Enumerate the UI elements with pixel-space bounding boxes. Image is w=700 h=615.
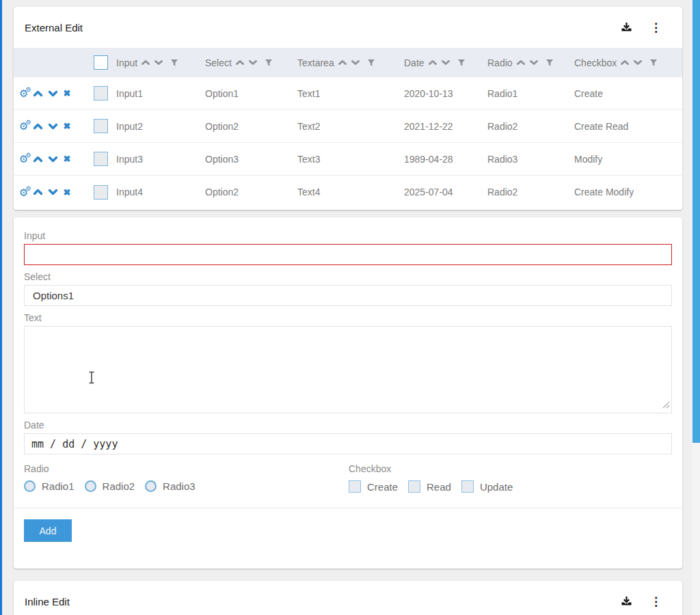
- cell-select: Option2: [205, 187, 297, 197]
- sort-desc-icon[interactable]: [633, 59, 643, 66]
- add-form-card: Input Select Options1 Text Date mm / dd …: [14, 217, 682, 569]
- external-edit-header: External Edit ⋮: [14, 7, 682, 48]
- filter-icon[interactable]: [170, 59, 178, 67]
- sort-asc-icon[interactable]: [141, 59, 150, 66]
- row-settings-icon[interactable]: ⚙⚙: [19, 187, 28, 197]
- row-move-up-icon[interactable]: [33, 90, 43, 97]
- sort-desc-icon[interactable]: [154, 59, 163, 66]
- row-move-up-icon[interactable]: [33, 189, 43, 195]
- cell-checkbox: Create: [574, 88, 682, 99]
- external-edit-card: External Edit ⋮ Input Select: [14, 7, 682, 210]
- row-delete-icon[interactable]: ✖: [63, 89, 70, 98]
- cell-select: Option3: [205, 154, 297, 165]
- row-settings-icon[interactable]: ⚙⚙: [19, 88, 28, 98]
- table-header-row: Input Select Textarea Date: [14, 48, 682, 77]
- kebab-menu-icon[interactable]: ⋮: [650, 22, 662, 33]
- textarea-resize-handle[interactable]: [662, 399, 670, 411]
- cell-input: Input2: [116, 121, 205, 132]
- checkbox-group-label: Checkbox: [349, 463, 672, 474]
- date-field-placeholder: mm / dd / yyyy: [31, 438, 118, 450]
- cell-radio: Radio2: [487, 121, 574, 132]
- input-field[interactable]: [24, 244, 672, 265]
- textarea-field[interactable]: [24, 326, 672, 413]
- data-table: Input Select Textarea Date: [14, 48, 682, 208]
- filter-icon[interactable]: [265, 59, 273, 67]
- download-icon[interactable]: [621, 596, 632, 607]
- checkbox-option-update[interactable]: [461, 480, 474, 493]
- column-header-label: Select: [205, 57, 232, 68]
- radio-group-label: Radio: [24, 463, 349, 474]
- sort-desc-icon[interactable]: [351, 59, 360, 66]
- download-icon[interactable]: [621, 22, 632, 33]
- page-scrollbar[interactable]: [692, 0, 700, 615]
- radio-option-radio3[interactable]: [145, 480, 157, 492]
- row-checkbox[interactable]: [94, 86, 108, 100]
- filter-icon[interactable]: [546, 59, 554, 67]
- row-checkbox[interactable]: [94, 119, 108, 133]
- cell-select: Option1: [205, 88, 297, 99]
- cell-radio: Radio1: [487, 88, 574, 99]
- cell-input: Input3: [116, 154, 205, 165]
- checkbox-option-label: Read: [427, 481, 451, 493]
- radio-option-radio2[interactable]: [85, 480, 96, 492]
- radio-option-label: Radio3: [163, 480, 196, 492]
- add-button[interactable]: Add: [24, 519, 72, 542]
- filter-icon[interactable]: [457, 59, 466, 67]
- checkbox-option-label: Create: [367, 481, 398, 493]
- radio-group: Radio Radio1 Radio2 Radio3: [24, 457, 349, 493]
- cell-select: Option2: [205, 121, 297, 132]
- column-header-label: Checkbox: [574, 57, 617, 68]
- cell-date: 2021-12-22: [404, 121, 487, 132]
- select-all-checkbox[interactable]: [94, 55, 108, 70]
- kebab-menu-icon[interactable]: ⋮: [650, 596, 662, 607]
- row-move-down-icon[interactable]: [48, 90, 58, 97]
- row-settings-icon[interactable]: ⚙⚙: [19, 154, 28, 164]
- row-delete-icon[interactable]: ✖: [63, 122, 70, 131]
- sort-desc-icon[interactable]: [441, 59, 450, 66]
- cell-input: Input1: [116, 88, 205, 99]
- filter-icon[interactable]: [649, 59, 658, 67]
- scrollbar-thumb[interactable]: [692, 0, 700, 443]
- inline-edit-card: Inline Edit ⋮: [14, 581, 682, 615]
- sort-desc-icon[interactable]: [529, 59, 539, 66]
- column-header-label: Textarea: [297, 57, 334, 68]
- sort-asc-icon[interactable]: [516, 59, 526, 66]
- checkbox-option-read[interactable]: [408, 480, 420, 493]
- cell-radio: Radio3: [487, 154, 574, 165]
- card-title: External Edit: [25, 22, 621, 33]
- select-field[interactable]: Options1: [24, 285, 672, 306]
- row-checkbox[interactable]: [94, 152, 108, 166]
- row-move-down-icon[interactable]: [48, 123, 58, 130]
- column-header-label: Radio: [487, 57, 513, 68]
- radio-option-radio1[interactable]: [24, 480, 36, 492]
- checkbox-option-create[interactable]: [349, 480, 361, 493]
- cell-textarea: Text4: [297, 187, 404, 197]
- select-field-value: Options1: [33, 290, 74, 301]
- row-move-down-icon[interactable]: [48, 156, 58, 163]
- input-field-label: Input: [24, 230, 672, 241]
- sort-desc-icon[interactable]: [248, 59, 258, 66]
- row-move-up-icon[interactable]: [33, 156, 43, 163]
- table-row: ⚙⚙ ✖ Input2 Option2 Text2 2021-12-22 Rad…: [14, 110, 682, 143]
- row-move-up-icon[interactable]: [33, 123, 43, 130]
- checkbox-option-label: Update: [480, 481, 513, 493]
- filter-icon[interactable]: [367, 59, 375, 67]
- cell-textarea: Text3: [297, 154, 404, 165]
- date-field[interactable]: mm / dd / yyyy: [24, 433, 672, 454]
- sort-asc-icon[interactable]: [338, 59, 347, 66]
- column-header-label: Input: [116, 57, 137, 68]
- row-delete-icon[interactable]: ✖: [63, 154, 70, 163]
- checkbox-group: Checkbox Create Read Update: [349, 457, 672, 493]
- row-checkbox[interactable]: [94, 185, 108, 200]
- table-row: ⚙⚙ ✖ Input4 Option2 Text4 2025-07-04 Rad…: [14, 176, 682, 208]
- row-move-down-icon[interactable]: [48, 189, 58, 195]
- cell-checkbox: Create Read: [574, 121, 682, 132]
- card-title: Inline Edit: [25, 596, 621, 607]
- row-settings-icon[interactable]: ⚙⚙: [19, 121, 28, 131]
- radio-option-label: Radio1: [42, 480, 75, 492]
- sort-asc-icon[interactable]: [235, 59, 245, 66]
- row-delete-icon[interactable]: ✖: [63, 188, 70, 197]
- sort-asc-icon[interactable]: [620, 59, 630, 66]
- cell-date: 2025-07-04: [404, 187, 487, 197]
- sort-asc-icon[interactable]: [428, 59, 438, 66]
